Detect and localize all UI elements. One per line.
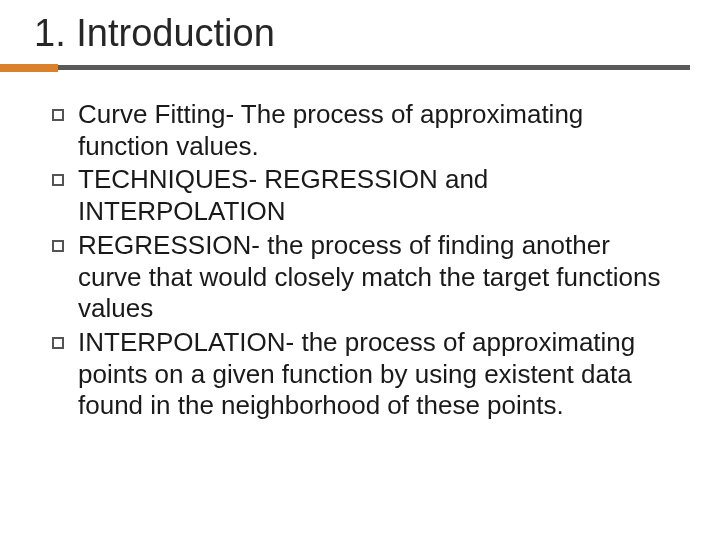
square-bullet-icon bbox=[52, 337, 64, 349]
list-item-text: REGRESSION- the process of finding anoth… bbox=[78, 230, 680, 325]
square-bullet-icon bbox=[52, 174, 64, 186]
title-rule bbox=[30, 65, 690, 71]
list-item-text: Curve Fitting- The process of approximat… bbox=[78, 99, 680, 162]
list-item: TECHNIQUES- REGRESSION and INTERPOLATION bbox=[52, 164, 680, 227]
slide-title: 1. Introduction bbox=[34, 12, 690, 55]
list-item: INTERPOLATION- the process of approximat… bbox=[52, 327, 680, 422]
rule-gray bbox=[30, 65, 690, 70]
bullet-list: Curve Fitting- The process of approximat… bbox=[30, 99, 690, 422]
square-bullet-icon bbox=[52, 109, 64, 121]
rule-accent bbox=[0, 64, 58, 72]
square-bullet-icon bbox=[52, 240, 64, 252]
slide: 1. Introduction Curve Fitting- The proce… bbox=[0, 0, 720, 540]
list-item-text: TECHNIQUES- REGRESSION and INTERPOLATION bbox=[78, 164, 680, 227]
list-item: REGRESSION- the process of finding anoth… bbox=[52, 230, 680, 325]
list-item-text: INTERPOLATION- the process of approximat… bbox=[78, 327, 680, 422]
list-item: Curve Fitting- The process of approximat… bbox=[52, 99, 680, 162]
